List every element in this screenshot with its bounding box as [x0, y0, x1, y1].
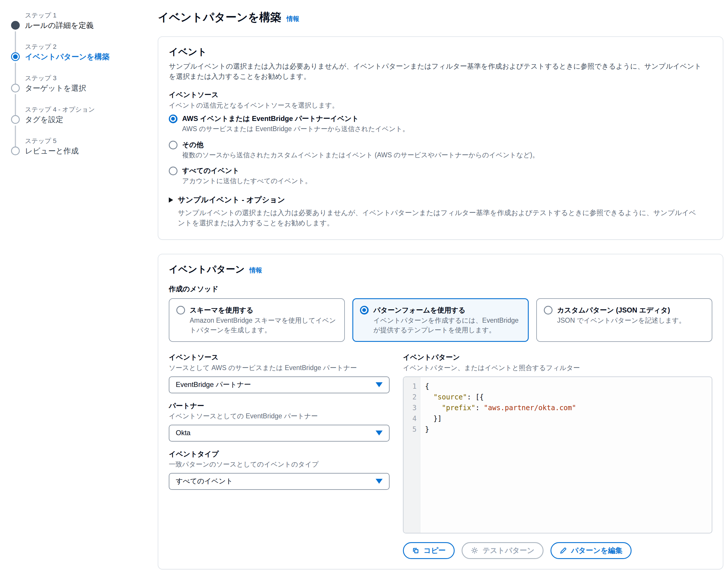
step-label: ステップ 3	[25, 74, 158, 82]
edit-pattern-button-label: パターンを編集	[571, 546, 623, 555]
step-item-4[interactable]: ステップ 4 - オプション タグを設定	[11, 106, 158, 125]
select-value: すべてのイベント	[176, 476, 233, 486]
step-active-icon	[11, 52, 20, 61]
radio-unselected-icon	[169, 167, 178, 175]
sample-event-expander[interactable]: サンプルイベント - オプション	[169, 195, 712, 205]
wizard-page: ステップ 1 ルールの詳細を定義 ステップ 2 イベントパターンを構築 ステップ…	[0, 0, 728, 575]
main-content: イベントパターンを構築 情報 イベント サンプルイベントの選択または入力は必要あ…	[158, 7, 723, 575]
code-line: "source": [{	[425, 392, 576, 403]
pattern-card-header: イベントパターン 情報	[169, 263, 712, 276]
radio-option-label: AWS イベントまたは EventBridge パートナーイベント	[182, 114, 409, 124]
radio-option-aws-or-partner-events[interactable]: AWS イベントまたは EventBridge パートナーイベント AWS のサ…	[169, 114, 712, 134]
step-item-3[interactable]: ステップ 3 ターゲットを選択	[11, 74, 158, 93]
step-name: ルールの詳細を定義	[25, 20, 158, 30]
radio-option-texts: その他 複数のソースから送信されたカスタムイベントまたはイベント (AWS のサ…	[182, 140, 539, 160]
creation-method-tiles: スキーマを使用する Amazon EventBridge スキーマを使用してイベ…	[169, 298, 712, 342]
pattern-preview-column: イベントパターン イベントパターン、またはイベントと照合するフィルター 1 2 …	[403, 352, 712, 559]
field-description: 一致パターンのソースとしてのイベントのタイプ	[169, 460, 390, 469]
editor-code: { "source": [{ "prefix": "aws.partner/ok…	[421, 377, 576, 533]
editor-gutter: 1 2 3 4 5	[403, 377, 421, 533]
step-label: ステップ 5	[25, 137, 158, 145]
event-source-select[interactable]: EventBridge パートナー	[169, 376, 390, 393]
step-label: ステップ 1	[25, 12, 158, 19]
method-tile-label: スキーマを使用する	[190, 305, 337, 315]
method-tile-custom-pattern[interactable]: カスタムパターン (JSON エディタ) JSON でイベントパターンを記述しま…	[536, 298, 712, 342]
chevron-down-icon	[376, 382, 383, 387]
field-label: イベントタイプ	[169, 449, 390, 459]
step-pending-icon	[11, 84, 20, 93]
code-token-key: "prefix"	[442, 404, 476, 412]
method-tile-use-schema[interactable]: スキーマを使用する Amazon EventBridge スキーマを使用してイベ…	[169, 298, 345, 342]
code-line: }	[425, 424, 576, 435]
test-pattern-button[interactable]: テストパターン	[462, 542, 544, 559]
pattern-card-title: イベントパターン	[169, 263, 245, 276]
gear-icon	[471, 546, 478, 554]
line-number: 2	[403, 392, 420, 403]
page-info-link[interactable]: 情報	[286, 14, 299, 24]
line-number: 3	[403, 403, 420, 413]
step-name: レビューと作成	[25, 146, 158, 156]
page-header: イベントパターンを構築 情報	[158, 9, 723, 25]
page-title: イベントパターンを構築	[158, 9, 281, 25]
pattern-card: イベントパターン 情報 作成のメソッド スキーマを使用する Amazon Eve…	[158, 254, 723, 570]
radio-option-label: その他	[182, 140, 539, 150]
method-tile-label: カスタムパターン (JSON エディタ)	[557, 305, 686, 315]
event-card-description: サンプルイベントの選択または入力は必要ありませんが、イベントパターンまたはフィル…	[169, 61, 703, 82]
radio-unselected-icon	[169, 141, 178, 149]
method-tile-pattern-form[interactable]: パターンフォームを使用する イベントパターンを作成するには、EventBridg…	[352, 298, 529, 342]
radio-option-other[interactable]: その他 複数のソースから送信されたカスタムイベントまたはイベント (AWS のサ…	[169, 140, 712, 160]
step-name: ターゲットを選択	[25, 83, 158, 93]
radio-option-label: すべてのイベント	[182, 166, 312, 176]
step-item-2[interactable]: ステップ 2 イベントパターンを構築	[11, 43, 158, 62]
code-token: {	[425, 382, 429, 391]
pencil-icon	[559, 547, 567, 554]
radio-selected-icon	[169, 114, 178, 123]
copy-icon	[412, 547, 420, 554]
radio-option-texts: すべてのイベント アカウントに送信したすべてのイベント。	[182, 166, 312, 186]
code-token: :	[475, 404, 484, 412]
step-name: タグを設定	[25, 114, 158, 125]
code-token	[425, 393, 433, 401]
chevron-down-icon	[376, 479, 383, 484]
copy-button-label: コピー	[424, 546, 446, 555]
pattern-columns: イベントソース ソースとして AWS のサービスまたは EventBridge …	[169, 352, 712, 559]
radio-option-description: AWS のサービスまたは EventBridge パートナーから送信されたイベン…	[182, 124, 409, 134]
step-label: ステップ 2	[25, 43, 158, 50]
code-line: {	[425, 381, 576, 392]
pattern-info-link[interactable]: 情報	[249, 266, 262, 275]
event-source-radio-group: AWS イベントまたは EventBridge パートナーイベント AWS のサ…	[169, 114, 712, 186]
copy-button[interactable]: コピー	[403, 542, 454, 559]
pattern-preview-description: イベントパターン、またはイベントと照合するフィルター	[403, 363, 712, 373]
pattern-actions: コピー テストパターン	[403, 542, 712, 559]
edit-pattern-button[interactable]: パターンを編集	[550, 542, 631, 559]
event-source-description: イベントの送信元となるイベントソースを選択します。	[169, 101, 712, 110]
step-item-1[interactable]: ステップ 1 ルールの詳細を定義	[11, 12, 158, 30]
method-tile-texts: スキーマを使用する Amazon EventBridge スキーマを使用してイベ…	[190, 305, 337, 335]
event-type-select[interactable]: すべてのイベント	[169, 473, 390, 490]
creation-method-label: 作成のメソッド	[169, 284, 712, 294]
method-tile-description: イベントパターンを作成するには、EventBridge が提供するテンプレートを…	[373, 316, 521, 335]
field-description: ソースとして AWS のサービスまたは EventBridge パートナー	[169, 363, 390, 373]
line-number: 5	[403, 424, 420, 435]
pattern-json-editor[interactable]: 1 2 3 4 5 { "source": [{ "prefix": "aws.…	[403, 376, 712, 534]
radio-option-all-events[interactable]: すべてのイベント アカウントに送信したすべてのイベント。	[169, 166, 712, 186]
radio-unselected-icon	[176, 306, 185, 314]
step-pending-icon	[11, 115, 20, 124]
select-value: EventBridge パートナー	[176, 380, 251, 390]
partner-select[interactable]: Okta	[169, 425, 390, 442]
field-label: パートナー	[169, 401, 390, 411]
event-card-title: イベント	[169, 45, 712, 59]
radio-option-description: 複数のソースから送信されたカスタムイベントまたはイベント (AWS のサービスや…	[182, 150, 539, 160]
sample-event-title: サンプルイベント - オプション	[178, 195, 285, 205]
code-line: }]	[425, 413, 576, 424]
field-partner: パートナー イベントソースとしての EventBridge パートナー Okta	[169, 401, 390, 442]
event-card: イベント サンプルイベントの選択または入力は必要ありませんが、イベントパターンま…	[158, 36, 723, 240]
step-item-5[interactable]: ステップ 5 レビューと作成	[11, 137, 158, 156]
pattern-preview-label: イベントパターン	[403, 352, 712, 363]
step-label: ステップ 4 - オプション	[25, 106, 158, 113]
field-description: イベントソースとしての EventBridge パートナー	[169, 411, 390, 421]
code-line: "prefix": "aws.partner/okta.com"	[425, 403, 576, 413]
radio-unselected-icon	[544, 306, 552, 314]
step-name: イベントパターンを構築	[25, 52, 158, 62]
line-number: 4	[403, 413, 420, 424]
